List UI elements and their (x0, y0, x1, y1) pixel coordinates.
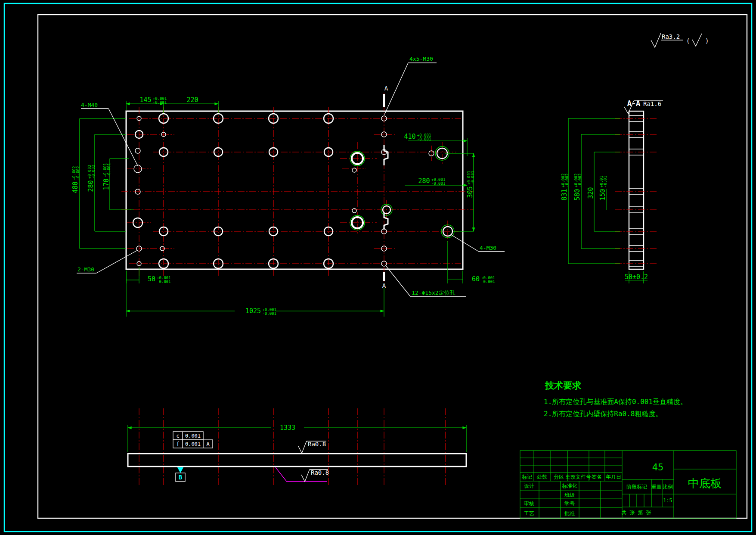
svg-text:-0.001: -0.001 (157, 280, 171, 284)
dim-1025: 1025+0.001-0.001 (245, 307, 276, 316)
svg-text:-0.001: -0.001 (431, 181, 446, 186)
tb-class: 班级 (564, 492, 575, 498)
tb-part-name: 中底板 (688, 477, 722, 490)
centerlines-vertical (139, 93, 448, 282)
surface-finish-ra32: Ra3.2 ( ) (651, 33, 709, 47)
svg-text:410: 410 (404, 133, 415, 140)
svg-text:-0.001: -0.001 (481, 280, 495, 284)
frame1-symbol: c (176, 433, 179, 439)
tb-rev-sign: 签名 (592, 474, 602, 480)
svg-text:50: 50 (148, 275, 155, 283)
tb-standard: 标准化 (562, 483, 577, 489)
dim-1333: 1333 (280, 424, 295, 432)
dim-410: 410+0.001-0.001 (404, 133, 431, 141)
tech-item-2: 2.所有定位孔内壁保持Ra0.8粗糙度。 (544, 410, 662, 418)
dim-280-left: 280+0.002-0.002 (87, 165, 96, 192)
svg-text:831: 831 (561, 189, 568, 200)
svg-text:280: 280 (418, 177, 430, 185)
dim-50-section: 50±0.2 (625, 273, 648, 281)
dim-50-bottom: 50+0.001-0.001 (148, 275, 171, 284)
svg-text:150: 150 (599, 189, 607, 200)
svg-text:145: 145 (139, 96, 151, 104)
tb-material: 45 (652, 462, 664, 473)
surface-finish-ra08-top-icon: Ra0.8 (298, 441, 326, 453)
front-plate-outline (128, 454, 466, 467)
title-block: 标记 处数 分区 更改文件号 签名 年月日 设计 标准化 班级 审核 学号 工艺… (520, 451, 736, 518)
cad-drawing-canvas: A A 145+0.001-0.001 220 480+0.002-0.002 … (0, 0, 756, 535)
svg-text:1025: 1025 (245, 307, 261, 315)
svg-text:170: 170 (102, 178, 110, 190)
tech-requirements: 技术要求 1.所有定位孔与基准面A保持0.001垂直精度。 2.所有定位孔内壁保… (544, 380, 687, 418)
svg-text:305: 305 (466, 186, 474, 198)
dim-280-right: 280+0.001-0.001 (418, 177, 445, 186)
section-letter-top: A (384, 85, 388, 92)
dim-145: 145+0.001-0.001 (139, 96, 167, 105)
svg-text:-0.002: -0.002 (76, 166, 80, 180)
label-4-m30: 4-M30 (480, 245, 496, 251)
dim-170: 170+0.001-0.001 (102, 163, 111, 190)
tb-rev-mark: 标记 (522, 474, 532, 480)
section-view-aa: A-A Ra1.6 (561, 99, 663, 283)
dim-320: 320 (587, 187, 595, 199)
dim-220: 220 (186, 96, 198, 104)
svg-text:320: 320 (587, 187, 595, 199)
tb-student-no: 学号 (564, 501, 575, 507)
svg-text:-0.001: -0.001 (471, 171, 475, 185)
svg-text:-0.001: -0.001 (417, 137, 431, 141)
section-marks: A A (382, 85, 388, 289)
frame1-value: 0.001 (185, 433, 201, 439)
svg-text:1333: 1333 (280, 424, 295, 432)
tb-rev-count: 处数 (536, 474, 547, 480)
svg-text:60: 60 (472, 275, 480, 283)
dim-150: 150+0.01-0.01 (599, 176, 607, 200)
front-view: 1333 c 0.001 f 0.001 A Ra0.8 Ra0.8 (128, 408, 466, 486)
frame2-datum: A (206, 441, 210, 447)
tb-scale-label: 比例 (663, 484, 673, 490)
tech-title: 技术要求 (545, 380, 582, 391)
top-view-dimensions: 145+0.001-0.001 220 480+0.002-0.002 280+… (71, 96, 495, 317)
tolerance-frames: c 0.001 f 0.001 A (173, 432, 213, 448)
svg-text:580: 580 (573, 189, 581, 200)
top-view: A A 145+0.001-0.001 220 480+0.002-0.002 … (71, 56, 505, 317)
svg-text:-0.002: -0.002 (565, 174, 569, 188)
dim-305: 305+0.001-0.001 (466, 171, 475, 198)
svg-text:280: 280 (87, 180, 95, 192)
dim-831: 831+0.002-0.002 (561, 174, 569, 201)
tb-check: 审核 (524, 501, 534, 507)
svg-text:-0.002: -0.002 (91, 165, 96, 179)
frame2-value: 0.001 (185, 441, 201, 447)
ra08-top-label: Ra0.8 (308, 441, 326, 448)
dim-60: 60+0.001-0.001 (472, 275, 495, 284)
tb-sheet: 共 张 第 张 (621, 510, 651, 516)
paren-left: ( (686, 37, 690, 44)
datum-triangle-icon (177, 467, 183, 473)
paren-right: ) (705, 37, 709, 44)
tb-approve: 批准 (564, 510, 575, 516)
dim-480: 480+0.002-0.002 (71, 166, 80, 193)
tb-rev-date: 年月日 (606, 474, 621, 480)
svg-text:-0.001: -0.001 (262, 311, 276, 316)
section-title: A-A (627, 99, 641, 108)
label-locating-holes: 12-Φ15x2定位孔 (412, 289, 455, 296)
ra08-bottom-label: Ra0.8 (311, 469, 329, 476)
basic-finish-check-icon (692, 34, 702, 46)
label-4-m40: 4-M40 (81, 102, 98, 108)
tb-weight-label: 重量 (651, 484, 662, 490)
tb-craft: 工艺 (524, 510, 534, 516)
label-2-m30: 2-M30 (77, 266, 94, 273)
frame2-symbol: f (176, 441, 179, 447)
svg-text:-0.01: -0.01 (603, 176, 607, 187)
tb-design: 设计 (524, 483, 534, 489)
svg-text:-0.001: -0.001 (107, 163, 111, 177)
svg-text:480: 480 (71, 181, 79, 193)
ra16-label: Ra1.6 (643, 100, 661, 107)
svg-text:-0.002: -0.002 (578, 174, 582, 188)
dim-580: 580+0.002-0.002 (573, 174, 582, 201)
leaders: 4-M40 2-M30 4-M30 4x5-M30 12-Φ15x2定位孔 (77, 56, 505, 296)
svg-text:220: 220 (186, 96, 198, 104)
datum-b-label: B (179, 474, 182, 481)
surface-finish-ra08-bottom-icon: Ra0.8 (276, 467, 329, 482)
tb-rev-docno: 更改文件号 (565, 474, 591, 480)
datum-b: B (176, 467, 185, 482)
svg-text:-0.001: -0.001 (153, 100, 167, 105)
